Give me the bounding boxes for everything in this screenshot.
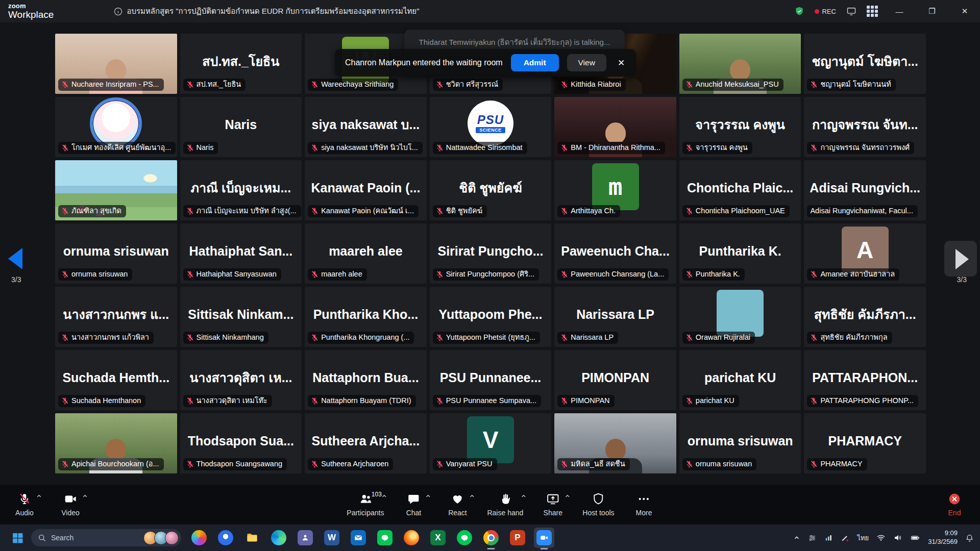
participant-tile[interactable]: Paweenuch Cha...Paweenuch Chansang (La..… — [554, 223, 676, 284]
participant-tile[interactable]: ชิติ ชูพยัคฆ์ชิติ ชูพยัคฆ์ — [430, 160, 552, 220]
participant-tile[interactable]: ภัณฑิลา สุขเกิด — [55, 160, 177, 220]
participant-tile[interactable]: Nucharee Insripram - PS... — [55, 34, 177, 94]
chevron-up-icon[interactable] — [82, 493, 88, 499]
participant-tile[interactable]: Sutheera Arjcha...Sutheera Arjcharoen — [305, 413, 427, 473]
participant-tile[interactable]: NarisNaris — [180, 97, 302, 157]
connected-devices-icon[interactable] — [846, 6, 856, 16]
battery-icon[interactable] — [910, 533, 920, 542]
participant-tile[interactable]: Anuchid Meksuksai_PSU — [679, 34, 801, 94]
chevron-up-icon[interactable] — [565, 493, 570, 499]
chevron-up-icon[interactable] — [521, 493, 526, 499]
participant-tile[interactable]: Thodsapon Sua...Thodsapon Suangsawang — [180, 413, 302, 473]
taskbar-app-firefox[interactable] — [401, 528, 422, 548]
participant-tile[interactable]: ornuma srisuwanornuma srisuwan — [679, 413, 801, 473]
participant-tile[interactable]: VVanyarat PSU — [430, 413, 552, 473]
toolbar-chat-button[interactable]: Chat — [399, 492, 428, 517]
participant-tile[interactable]: Hathaiphat San...Hathaiphat Sanyasuwan — [180, 223, 302, 284]
taskbar-app-outlook[interactable] — [348, 528, 369, 548]
taskbar-app-chrome[interactable] — [481, 528, 501, 548]
toolbar-react-button[interactable]: React — [443, 492, 472, 517]
chevron-up-icon[interactable] — [469, 493, 475, 499]
chevron-up-icon[interactable] — [36, 493, 42, 499]
taskbar-app-excel[interactable]: X — [428, 528, 448, 548]
participant-tile[interactable]: Suchada Hemth...Suchada Hemthanon — [55, 350, 177, 410]
taskbar-app-line-chat[interactable] — [454, 528, 475, 548]
chevron-up-icon[interactable] — [425, 493, 431, 499]
participant-tile[interactable]: Apichai Bourchookarn (อ... — [55, 413, 177, 473]
performance-chart-icon[interactable] — [824, 534, 833, 542]
participant-tile[interactable]: สุทธิชัย คัมภีรภา...สุทธิชัย คัมภีรภาพกุ… — [804, 287, 926, 347]
participant-tile[interactable]: Puntharika K.Puntharika K. — [679, 223, 801, 284]
maximize-button[interactable]: ❐ — [921, 0, 943, 22]
participant-tile[interactable]: AAmanee สถาบันฮาลาล — [804, 223, 926, 284]
next-page-arrow[interactable] — [955, 249, 969, 269]
participant-tile[interactable]: parichat KUparichat KU — [679, 350, 801, 410]
participant-tile[interactable]: PIMONPANPIMONPAN — [554, 350, 676, 410]
view-button[interactable]: View — [567, 54, 606, 71]
participant-tile[interactable]: Nattaphorn Bua...Nattaphorn Buayam (TDRI… — [305, 350, 427, 410]
participant-tile[interactable]: Kanawat Paoin (...Kanawat Paoin (คณวัฒน์… — [305, 160, 427, 220]
start-button[interactable] — [11, 532, 24, 544]
participant-tile[interactable]: Puntharika Kho...Puntharika Khongruang (… — [305, 287, 427, 347]
toolbar-share-button[interactable]: Share — [538, 492, 567, 517]
participant-tile[interactable]: PSU Punnanee...PSU Punnanee Sumpava... — [430, 350, 552, 410]
toolbar-participants-button[interactable]: 103Participants — [347, 492, 384, 517]
close-button[interactable]: ✕ — [953, 0, 976, 22]
toolbar-video-button[interactable]: Video — [56, 492, 85, 517]
volume-icon[interactable] — [893, 533, 902, 542]
participant-tile[interactable]: ภาณี เบ็ญจะเหม...ภาณี เบ็ญจะเหม บริษัท ล… — [180, 160, 302, 220]
notification-bell-icon[interactable] — [965, 534, 974, 542]
participant-tile[interactable]: Sirirat Pungcho...Sirirat Pungchompoo (ศ… — [430, 223, 552, 284]
participant-tile[interactable]: สป.ทส._โยธินสป.ทส._โยธิน — [180, 34, 302, 94]
taskbar-app-line[interactable] — [375, 528, 395, 548]
taskbar-app-file-explorer[interactable] — [242, 528, 262, 548]
taskbar-app-powerpoint[interactable]: P — [507, 528, 528, 548]
participant-tile[interactable]: ชญานุตม์ โฆษิตา...ชญานุตม์ โฆษิตานนท์ — [804, 34, 926, 94]
participant-tile[interactable]: นางสาวดุสิตา เห...นางสาวดุสิตา เหมโท๊ะ — [180, 350, 302, 410]
participant-tile[interactable]: PSUSCIENCENattawadee Sirisombat — [430, 97, 552, 157]
toast-close-icon[interactable]: ✕ — [615, 56, 628, 70]
wifi-icon[interactable] — [876, 533, 886, 542]
participant-tile[interactable]: Narissara LPNarissara LP — [554, 287, 676, 347]
participant-tile[interactable]: Orawan Rujiralai — [679, 287, 801, 347]
chevron-up-icon[interactable] — [381, 493, 387, 499]
participant-tile[interactable]: siya naksawat บ...siya naksawat บริษัท น… — [305, 97, 427, 157]
taskbar-app-edge[interactable] — [268, 528, 289, 548]
taskbar-app-zoom[interactable] — [534, 528, 554, 548]
taskbar-search[interactable]: Search — [31, 529, 181, 546]
hidden-icons-chevron[interactable] — [793, 534, 800, 541]
toolbar-audio-button[interactable]: Audio — [10, 492, 39, 517]
participant-tile[interactable]: mArthittaya Ch. — [554, 160, 676, 220]
security-shield-icon[interactable] — [794, 6, 804, 16]
participant-tile[interactable]: Adisai Rungvich...Adisai Rungvichaniwat,… — [804, 160, 926, 220]
toolbar-end-button[interactable]: End — [940, 492, 969, 517]
participant-tile[interactable]: BM - Dhiranantha Rithma... — [554, 97, 676, 157]
apps-grid-icon[interactable] — [867, 6, 878, 17]
participant-tile[interactable]: Yuttapoom Phe...Yuttapoom Phetsit (ยุทธภ… — [430, 287, 552, 347]
taskbar-app-word[interactable]: W — [322, 528, 342, 548]
toolbar-more-button[interactable]: More — [630, 492, 658, 517]
taskbar-app-copilot[interactable] — [189, 528, 209, 548]
participant-tile[interactable]: จารุวรรณ คงพูนจารุวรรณ คงพูน — [679, 97, 801, 157]
settings-sliders-icon[interactable] — [808, 534, 817, 542]
participant-tile[interactable]: PHARMACYPHARMACY — [804, 413, 926, 473]
participant-tile[interactable]: โกเมศ ทองดีเลิศ ศูนย์พัฒนาอุ... — [55, 97, 177, 157]
admit-button[interactable]: Admit — [511, 54, 559, 71]
participant-tile[interactable]: Sittisak Ninkam...Sittisak Ninkamhang — [180, 287, 302, 347]
participant-tile[interactable]: มหิดล_นธี สดชื่น — [554, 413, 676, 473]
participant-tile[interactable]: กาญจพรรณ จันท...กาญจพรรณ จันทรถาวรพงศ์ — [804, 97, 926, 157]
participant-tile[interactable]: maareh aleemaareh alee — [305, 223, 427, 284]
toolbar-raise-hand-button[interactable]: Raise hand — [487, 492, 523, 517]
taskbar-app-teams[interactable] — [295, 528, 315, 548]
language-indicator[interactable]: ไทย — [857, 533, 869, 543]
minimize-button[interactable]: — — [888, 0, 911, 22]
taskbar-clock[interactable]: 9:09 31/3/2569 — [928, 529, 958, 546]
toolbar-host-tools-button[interactable]: Host tools — [582, 492, 614, 517]
participant-tile[interactable]: นางสาวกนกพร แ...นางสาวกนกพร แก้วพิลา — [55, 287, 177, 347]
participant-tile[interactable]: PATTARAPHON...PATTARAPHONG PHONP... — [804, 350, 926, 410]
participant-tile[interactable]: Chonticha Plaic...Chonticha Plaichoom_UA… — [679, 160, 801, 220]
taskbar-app-person-blue[interactable] — [215, 528, 236, 548]
participant-tile[interactable]: ornuma srisuwanornuma srisuwan — [55, 223, 177, 284]
previous-page-arrow[interactable] — [8, 248, 22, 269]
pen-input-icon[interactable] — [841, 534, 849, 542]
